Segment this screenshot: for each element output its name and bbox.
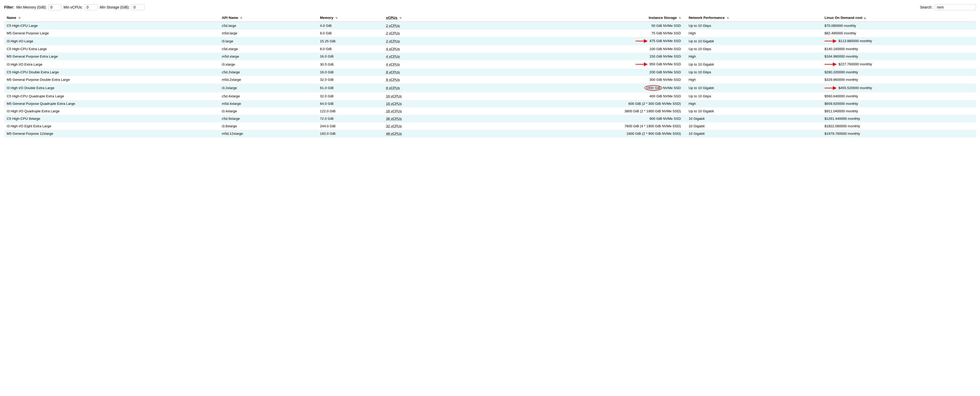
cell-memory: 8.0 GiB: [317, 45, 383, 52]
instance-table: Name ⇅ API Name ⇅ Memory ⇅ vCPUs ⇅ Insta…: [4, 14, 976, 137]
min-vcpus-input[interactable]: [85, 4, 98, 10]
cell-network: Up to 10 Gbps: [686, 45, 822, 52]
min-storage-label: Min Storage (GiB):: [100, 5, 130, 9]
cell-vcpus: 2 vCPUs: [383, 22, 444, 29]
cell-memory: 16.0 GiB: [317, 68, 383, 76]
table-row: C5 High-CPU Largec5d.large4.0 GiB2 vCPUs…: [4, 22, 976, 29]
cell-memory: 72.0 GiB: [317, 115, 383, 122]
table-row: C5 High-CPU Quadruple Extra Largec5d.4xl…: [4, 92, 976, 100]
cell-api-name: c5d.4xlarge: [219, 92, 317, 100]
cell-memory: 32.0 GiB: [317, 76, 383, 83]
search-input[interactable]: [935, 4, 976, 10]
cell-network: High: [686, 29, 822, 37]
cell-api-name: c5d.2xlarge: [219, 68, 317, 76]
col-header-storage[interactable]: Instance Storage ⇅: [445, 14, 686, 22]
table-row: I3 High I/O Eight Extra Largei3.8xlarge2…: [4, 122, 976, 130]
cell-name: I3 High I/O Double Extra Large: [4, 83, 219, 92]
col-header-name[interactable]: Name ⇅: [4, 14, 219, 22]
cell-vcpus: 4 vCPUs: [383, 45, 444, 52]
cell-cost: $82.490000 monthly: [822, 29, 976, 37]
min-vcpus-label: Min vCPUs:: [64, 5, 83, 9]
cell-network: 10 Gigabit: [686, 115, 822, 122]
sort-arrows-storage: ⇅: [679, 16, 681, 19]
cell-api-name: m5d.xlarge: [219, 52, 317, 60]
cell-vcpus: 4 vCPUs: [383, 52, 444, 60]
cell-cost: $911.040000 monthly: [822, 107, 976, 115]
table-row: C5 High-CPU Double Extra Largec5d.2xlarg…: [4, 68, 976, 76]
cell-cost: $280.320000 monthly: [822, 68, 976, 76]
cell-vcpus: 48 vCPUs: [383, 130, 444, 137]
cell-name: M5 General Purpose Extra Large: [4, 52, 219, 60]
cell-name: M5 General Purpose Large: [4, 29, 219, 37]
cell-api-name: i3.8xlarge: [219, 122, 317, 130]
cell-name: M5 General Purpose Double Extra Large: [4, 76, 219, 83]
table-row: I3 High I/O Extra Largei3.xlarge30.5 GiB…: [4, 60, 976, 68]
table-row: I3 High I/O Quadruple Extra Largei3.4xla…: [4, 107, 976, 115]
cell-network: Up to 10 Gbps: [686, 68, 822, 76]
cell-network: Up to 10 Gbps: [686, 22, 822, 29]
col-header-api[interactable]: API Name ⇅: [219, 14, 317, 22]
cell-cost: $227.760000 monthly: [822, 60, 976, 68]
cell-name: C5 High-CPU Extra Large: [4, 45, 219, 52]
cell-storage: 1900 GiB NVMe SSD: [445, 83, 686, 92]
cell-vcpus: 36 vCPUs: [383, 115, 444, 122]
cell-storage: 7600 GiB (4 * 1900 GiB NVMe SSD): [445, 122, 686, 130]
table-row: M5 General Purpose Quadruple Extra Large…: [4, 100, 976, 107]
cell-cost: $1822.080000 monthly: [822, 122, 976, 130]
cell-vcpus: 8 vCPUs: [383, 76, 444, 83]
cell-network: Up to 10 Gbps: [686, 92, 822, 100]
cell-name: C5 High-CPU Large: [4, 22, 219, 29]
cell-api-name: c5d.large: [219, 22, 317, 29]
cell-api-name: i3.4xlarge: [219, 107, 317, 115]
cell-vcpus: 8 vCPUs: [383, 68, 444, 76]
circled-storage-value: 1900 GiB: [644, 85, 662, 91]
cell-api-name: m5d.4xlarge: [219, 100, 317, 107]
storage-arrow-icon: [636, 39, 649, 43]
table-row: C5 High-CPU Extra Largec5d.xlarge8.0 GiB…: [4, 45, 976, 52]
cell-api-name: i3.xlarge: [219, 60, 317, 68]
table-row: M5 General Purpose Largem5d.large8.0 GiB…: [4, 29, 976, 37]
cell-name: M5 General Purpose 12xlarge: [4, 130, 219, 137]
col-header-network[interactable]: Network Performance ⇅: [686, 14, 822, 22]
sort-arrows-vcpus: ⇅: [399, 16, 401, 19]
cell-network: High: [686, 100, 822, 107]
table-row: C5 High-CPU 9xlargec5d.9xlarge72.0 GiB36…: [4, 115, 976, 122]
cell-memory: 32.0 GiB: [317, 92, 383, 100]
cell-storage: 200 GiB NVMe SSD: [445, 68, 686, 76]
cell-storage: 475 GiB NVMe SSD: [445, 37, 686, 45]
cell-storage: 1800 GiB (2 * 900 GiB NVMe SSD): [445, 130, 686, 137]
cell-cost: $455.520000 monthly: [822, 83, 976, 92]
cell-network: Up to 10 Gigabit: [686, 37, 822, 45]
cell-storage: 3800 GiB (2 * 1900 GiB NVMe SSD): [445, 107, 686, 115]
cell-name: I3 High I/O Large: [4, 37, 219, 45]
cell-name: I3 High I/O Extra Large: [4, 60, 219, 68]
cell-cost: $1261.440000 monthly: [822, 115, 976, 122]
cell-memory: 122.0 GiB: [317, 107, 383, 115]
cost-arrow-icon: [824, 62, 838, 66]
cell-network: 10 Gigabit: [686, 130, 822, 137]
min-storage-input[interactable]: [132, 4, 145, 10]
cell-vcpus: 16 vCPUs: [383, 92, 444, 100]
min-memory-label: Min Memory (GiB):: [16, 5, 46, 9]
cell-vcpus: 16 vCPUs: [383, 100, 444, 107]
cell-storage: 900 GiB NVMe SSD: [445, 115, 686, 122]
min-memory-input[interactable]: [49, 4, 62, 10]
cost-arrow-icon: [824, 39, 838, 43]
cell-network: Up to 10 Gigabit: [686, 83, 822, 92]
cell-name: M5 General Purpose Quadruple Extra Large: [4, 100, 219, 107]
col-header-vcpus[interactable]: vCPUs ⇅: [383, 14, 444, 22]
cell-name: C5 High-CPU Double Extra Large: [4, 68, 219, 76]
cell-cost: $70.080000 monthly: [822, 22, 976, 29]
cell-storage: 100 GiB NVMe SSD: [445, 45, 686, 52]
cell-storage: 75 GiB NVMe SSD: [445, 29, 686, 37]
cell-storage: 300 GiB NVMe SSD: [445, 76, 686, 83]
cell-api-name: c5d.9xlarge: [219, 115, 317, 122]
table-row: I3 High I/O Largei3.large15.25 GiB2 vCPU…: [4, 37, 976, 45]
cell-memory: 64.0 GiB: [317, 100, 383, 107]
cell-memory: 61.0 GiB: [317, 83, 383, 92]
cell-name: I3 High I/O Quadruple Extra Large: [4, 107, 219, 115]
col-header-memory[interactable]: Memory ⇅: [317, 14, 383, 22]
cell-memory: 192.0 GiB: [317, 130, 383, 137]
col-header-cost[interactable]: Linux On Demand cost ▲: [822, 14, 976, 22]
cell-memory: 244.0 GiB: [317, 122, 383, 130]
